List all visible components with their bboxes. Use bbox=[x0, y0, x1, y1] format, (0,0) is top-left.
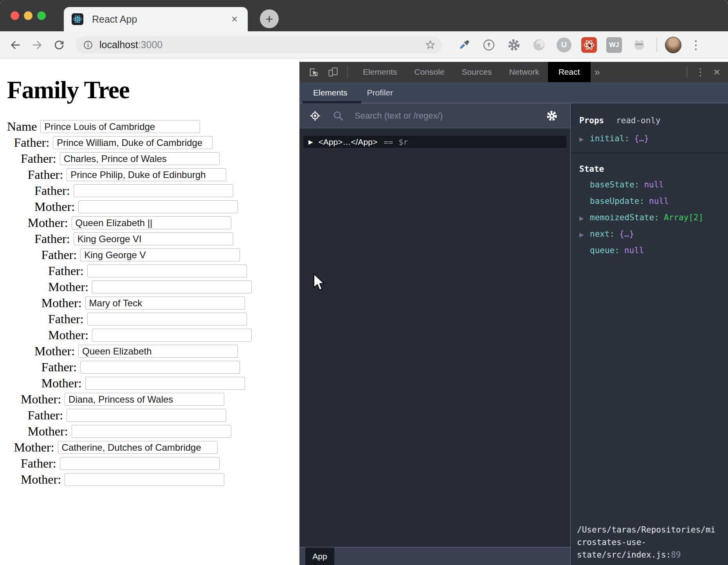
react-devtools-extension-icon[interactable] bbox=[580, 36, 598, 54]
form-row: Father: bbox=[48, 311, 299, 327]
reload-icon[interactable] bbox=[52, 38, 66, 52]
url-port: :3000 bbox=[138, 39, 163, 50]
tab-react-profiler[interactable]: Profiler bbox=[367, 88, 393, 97]
triangle-right-icon[interactable]: ▶ bbox=[579, 135, 590, 144]
back-arrow-icon[interactable] bbox=[9, 38, 22, 52]
field-label: Mother: bbox=[34, 200, 75, 214]
form-row: Mother: bbox=[48, 327, 299, 343]
breadcrumb-bar: App bbox=[299, 547, 570, 565]
mother-input[interactable] bbox=[78, 200, 238, 213]
mother-input[interactable] bbox=[72, 216, 231, 229]
source-file-path[interactable]: /Users/taras/Repositories/microstates-us… bbox=[577, 524, 717, 561]
url-bar[interactable]: localhost:3000 bbox=[76, 36, 442, 54]
father-input[interactable] bbox=[60, 152, 220, 165]
form-row: Mother: bbox=[48, 279, 299, 295]
field-label: Father: bbox=[48, 264, 84, 278]
father-input[interactable] bbox=[80, 361, 240, 374]
new-tab-button[interactable]: + bbox=[260, 9, 279, 28]
state-row[interactable]: ▶next:{…} bbox=[579, 229, 728, 239]
devtools-tab-console[interactable]: Console bbox=[406, 62, 453, 82]
mother-input[interactable] bbox=[58, 441, 218, 454]
chevron-double-right-icon[interactable]: » bbox=[595, 66, 600, 78]
field-label: Mother: bbox=[21, 392, 61, 407]
mother-input[interactable] bbox=[85, 377, 245, 390]
gear-icon[interactable] bbox=[546, 110, 558, 122]
devtools-tab-react[interactable]: React bbox=[548, 62, 591, 82]
father-input[interactable] bbox=[74, 184, 233, 197]
field-label: Mother: bbox=[34, 344, 75, 358]
mother-input[interactable] bbox=[92, 281, 252, 293]
section-divider bbox=[571, 153, 728, 153]
component-row-app[interactable]: ▶ <App>…</App> == $r bbox=[303, 136, 566, 148]
devtools-tab-sources[interactable]: Sources bbox=[453, 62, 501, 82]
mother-input[interactable] bbox=[92, 329, 252, 342]
props-row[interactable]: ▶initial:{…} bbox=[579, 134, 728, 144]
device-toolbar-icon[interactable] bbox=[328, 67, 339, 77]
browser-titlebar: React App × + bbox=[0, 0, 728, 31]
field-label: Father: bbox=[34, 184, 70, 198]
triangle-right-icon[interactable]: ▶ bbox=[579, 214, 590, 223]
tab-react-elements[interactable]: Elements bbox=[313, 88, 348, 97]
state-row[interactable]: ▶baseUpdate:null bbox=[579, 196, 728, 207]
forward-arrow-icon[interactable] bbox=[31, 38, 44, 52]
gear-icon[interactable] bbox=[505, 36, 523, 54]
field-label: Name bbox=[7, 119, 37, 134]
search-input[interactable] bbox=[354, 110, 518, 121]
mother-input[interactable] bbox=[72, 425, 231, 438]
father-input[interactable] bbox=[67, 409, 226, 422]
inspect-element-icon[interactable] bbox=[308, 67, 319, 77]
father-input[interactable] bbox=[80, 248, 240, 261]
state-row[interactable]: ▶memoizedState:Array[2] bbox=[579, 213, 728, 223]
kebab-menu-icon[interactable]: ⋮ bbox=[690, 39, 702, 51]
mother-input[interactable] bbox=[65, 473, 224, 486]
field-label: Mother: bbox=[14, 440, 54, 455]
keyhole-circle-icon[interactable] bbox=[480, 36, 497, 54]
toolbar-divider bbox=[656, 38, 657, 52]
state-header: State bbox=[579, 164, 728, 174]
close-icon[interactable]: × bbox=[231, 13, 238, 25]
mother-input[interactable] bbox=[78, 345, 238, 358]
browser-window: React App × + localhost:3000 bbox=[0, 0, 728, 565]
form-row: Mother: bbox=[34, 199, 299, 215]
profile-avatar[interactable] bbox=[665, 37, 681, 53]
locate-target-icon[interactable] bbox=[309, 110, 321, 122]
name-input[interactable] bbox=[40, 120, 200, 133]
father-input[interactable] bbox=[74, 232, 233, 245]
triangle-right-icon[interactable]: ▶ bbox=[308, 139, 313, 146]
mother-input[interactable] bbox=[65, 393, 224, 406]
form-row: Name bbox=[7, 119, 299, 135]
zoom-window-button[interactable] bbox=[37, 11, 46, 20]
devtools-tab-network[interactable]: Network bbox=[501, 62, 548, 82]
field-label: Father: bbox=[14, 135, 50, 150]
breadcrumb-app[interactable]: App bbox=[305, 547, 334, 565]
read-only-badge: read-only bbox=[616, 116, 661, 125]
u-circle-icon[interactable]: U bbox=[555, 36, 573, 54]
triangle-right-icon[interactable]: ▶ bbox=[579, 230, 590, 239]
close-window-button[interactable] bbox=[11, 11, 19, 20]
father-input[interactable] bbox=[67, 168, 226, 181]
state-row[interactable]: ▶baseState:null bbox=[579, 180, 728, 190]
kebab-menu-icon[interactable]: ⋮ bbox=[695, 66, 705, 78]
father-input[interactable] bbox=[87, 265, 247, 277]
star-icon[interactable] bbox=[425, 40, 436, 50]
browser-tab[interactable]: React App × bbox=[64, 7, 248, 31]
minimize-window-button[interactable] bbox=[24, 11, 32, 20]
devtools-tab-bar: Elements Console Sources Network React »… bbox=[299, 62, 728, 82]
father-input[interactable] bbox=[60, 457, 220, 470]
mother-input[interactable] bbox=[85, 297, 245, 309]
info-icon[interactable] bbox=[83, 40, 93, 50]
swirl-icon[interactable] bbox=[530, 36, 548, 54]
devtools-tab-elements[interactable]: Elements bbox=[354, 62, 406, 82]
father-input[interactable] bbox=[53, 136, 213, 149]
equals-text: == bbox=[384, 137, 393, 147]
eyedropper-icon[interactable] bbox=[455, 36, 472, 54]
wj-extension-icon[interactable]: WJ bbox=[605, 36, 623, 54]
form-row: Father: bbox=[34, 183, 299, 199]
field-label: Father: bbox=[28, 408, 63, 423]
field-label: Father: bbox=[34, 232, 70, 246]
component-tag: <App>…</App> bbox=[319, 137, 378, 147]
state-row[interactable]: ▶queue:null bbox=[579, 246, 728, 256]
close-icon[interactable]: × bbox=[713, 65, 720, 79]
father-input[interactable] bbox=[87, 313, 247, 326]
ember-extension-icon[interactable] bbox=[631, 36, 648, 54]
